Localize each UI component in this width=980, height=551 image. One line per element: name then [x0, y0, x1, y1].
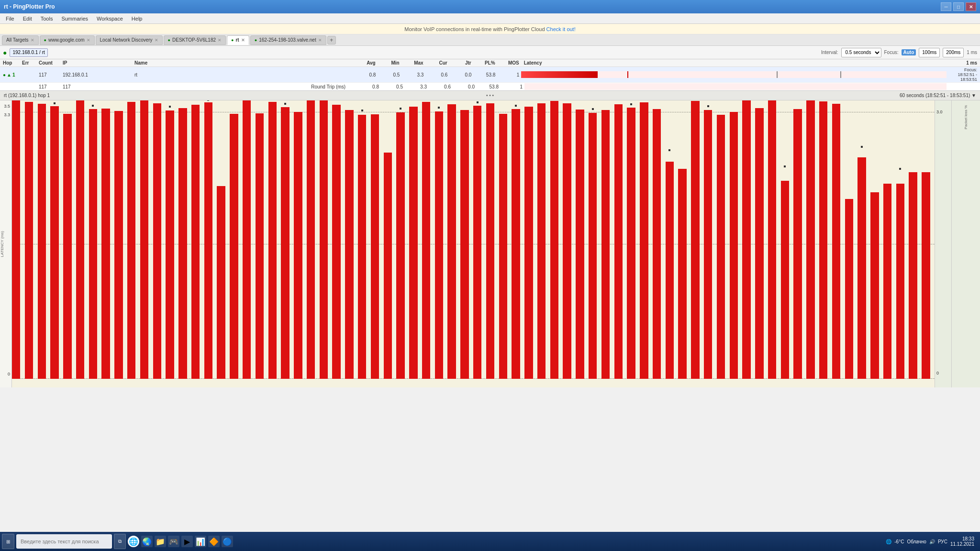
hop-avg: 0.8: [347, 72, 376, 77]
chart-bar: [614, 104, 623, 379]
chart-header: rt (192.168.0.1) hop 1 • • • 60 seconds …: [0, 91, 980, 100]
menu-tools[interactable]: Tools: [37, 15, 57, 22]
tab-google[interactable]: ● www.google.com ✕: [40, 35, 95, 45]
chart-bar: [909, 172, 917, 379]
chart-tick: [707, 105, 709, 107]
chart-bar: [256, 113, 264, 379]
hop-status-dot: ●: [3, 72, 6, 77]
add-tab-button[interactable]: +: [327, 36, 336, 44]
y-axis-left: 3.3 3.5 0 LATENCY (ms): [0, 100, 12, 387]
focus-value[interactable]: Auto: [902, 49, 916, 55]
start-button[interactable]: ⊞: [2, 534, 14, 549]
latency-marker-1: [627, 71, 628, 78]
ie-icon[interactable]: 🌏: [141, 536, 153, 547]
interval-label: Interval:: [821, 50, 838, 55]
chart-tick: [54, 102, 56, 104]
interval-select[interactable]: 0.5 seconds 1 second 5 seconds: [841, 48, 881, 57]
task-view-icon: ⧉: [118, 539, 122, 544]
tab-local-close[interactable]: ✕: [155, 38, 158, 43]
table-row[interactable]: ● ▲ 1 117 192.168.0.1 rt 0.8 0.5 3.3 0.6…: [0, 67, 980, 82]
steam-icon[interactable]: 🎮: [168, 536, 179, 547]
app-icon-2[interactable]: 📊: [195, 536, 206, 547]
col-header-name: Name: [134, 60, 347, 66]
chart-bar: [473, 106, 481, 379]
tab-desktop-dot: ●: [168, 38, 170, 43]
chart-tick: [477, 101, 479, 103]
chart-bar: [845, 199, 853, 379]
tab-all-targets-label: All Targets: [6, 37, 29, 43]
hop-arrow: ▲: [7, 72, 11, 77]
tab-rt-label: rt: [235, 37, 239, 43]
close-button[interactable]: ✕: [966, 2, 976, 11]
rtt-latency-bar: [524, 83, 947, 90]
chart-bar: [268, 102, 277, 379]
col-header-mos: MOS: [495, 60, 519, 66]
table-header-row: Hop Err Count IP Name Avg Min Max Cur Jt…: [0, 59, 980, 67]
tab-valve-label: 162-254-198-103.valve.net: [259, 37, 316, 43]
app-title: rt - PingPlotter Pro: [4, 3, 55, 10]
y-label-right-max: 3.0: [936, 110, 943, 114]
scale-100ms-button[interactable]: 100ms: [919, 48, 940, 57]
app-icon-4[interactable]: 🔵: [222, 536, 233, 547]
chart-bar: [332, 105, 340, 379]
chart-bar: [499, 114, 507, 379]
banner-link[interactable]: Check it out!: [546, 26, 576, 32]
packetloss-label: Packet loss %: [964, 105, 968, 129]
app-icon-3[interactable]: 🔶: [208, 536, 220, 547]
minimize-button[interactable]: ─: [941, 2, 951, 11]
tab-rt-close[interactable]: ✕: [241, 38, 245, 43]
status-indicator: ●: [3, 49, 7, 56]
scale-200ms-button[interactable]: 200ms: [943, 48, 964, 57]
tab-valve[interactable]: ● 162-254-198-103.valve.net ✕: [250, 35, 326, 45]
menu-help[interactable]: Help: [128, 15, 146, 22]
chart-bar: [320, 100, 328, 379]
chart-bar: [666, 162, 674, 379]
chart-bar: [409, 107, 417, 379]
chart-bar: [76, 100, 84, 379]
tab-google-close[interactable]: ✕: [87, 38, 90, 43]
hop-min: 0.5: [376, 72, 400, 77]
col-header-max: Max: [400, 60, 423, 66]
chrome-icon[interactable]: 🌐: [128, 536, 139, 547]
chart-bar: [384, 153, 392, 379]
keyboard-layout: РУС: [938, 539, 947, 544]
chart-tick: [668, 149, 670, 151]
menu-workspace[interactable]: Workspace: [93, 15, 127, 22]
chart-bar: [63, 114, 71, 379]
app-icon-1[interactable]: ▶: [181, 536, 193, 547]
chart-bar: [627, 108, 635, 379]
hop-cur: 0.6: [423, 72, 447, 77]
chart-tick: [515, 105, 517, 107]
time-scale-label: 1 ms: [967, 50, 977, 55]
chart-bar: [230, 114, 238, 379]
tab-all-targets[interactable]: All Targets ✕: [2, 35, 39, 45]
col-header-err: Err: [22, 60, 39, 66]
tab-valve-close[interactable]: ✕: [318, 38, 322, 43]
task-view-button[interactable]: ⧉: [114, 534, 126, 549]
menu-summaries[interactable]: Summaries: [57, 15, 92, 22]
taskbar-search[interactable]: [16, 534, 112, 549]
tab-desktop[interactable]: ● DESKTOP-5V6L182 ✕: [164, 35, 226, 45]
chart-bar: [858, 157, 866, 379]
explorer-icon[interactable]: 📁: [155, 536, 166, 547]
chart-tick: [92, 105, 94, 107]
chart-bar: [127, 102, 135, 379]
col-header-cur: Cur: [423, 60, 447, 66]
menu-edit[interactable]: Edit: [19, 15, 36, 22]
chart-bar: [396, 112, 404, 379]
chart-bar: [870, 192, 879, 379]
maximize-button[interactable]: □: [953, 2, 964, 11]
tab-desktop-label: DESKTOP-5V6L182: [172, 37, 216, 43]
chart-main[interactable]: Zoom (ms) 18:52:55 18:53:00 18:53:05 18:…: [12, 100, 935, 387]
tab-local-discovery[interactable]: Local Network Discovery ✕: [96, 35, 163, 45]
hop-focus-range: Focus: 18:52:51 - 18:53:51: [948, 67, 977, 82]
titlebar: rt - PingPlotter Pro ─ □ ✕: [0, 0, 980, 13]
chart-bar: [358, 115, 366, 379]
tab-rt[interactable]: ● rt ✕: [227, 35, 249, 45]
hop-name: rt: [134, 72, 347, 77]
hop-pl: 53.8: [471, 72, 495, 77]
tab-all-targets-close[interactable]: ✕: [31, 38, 34, 43]
menu-file[interactable]: File: [2, 15, 18, 22]
tab-desktop-close[interactable]: ✕: [218, 38, 222, 43]
chart-bar: [742, 100, 750, 379]
